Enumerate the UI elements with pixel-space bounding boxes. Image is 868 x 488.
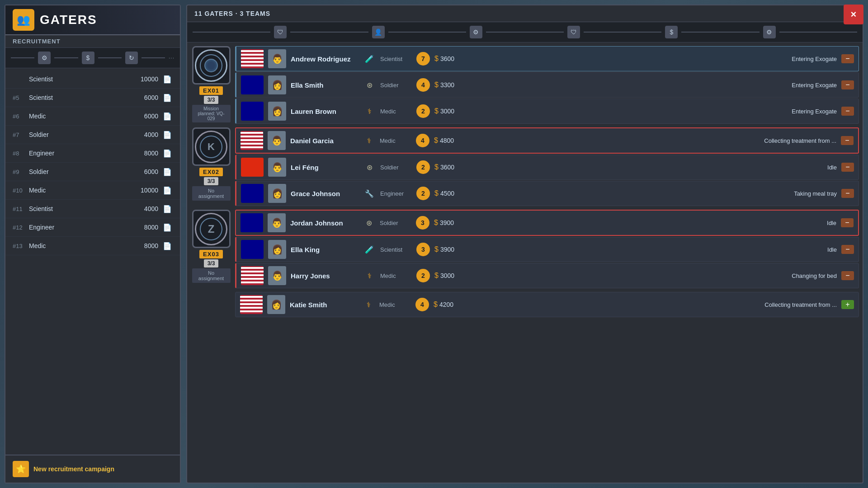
salary: $ 4800	[434, 136, 470, 145]
status-text: Changing for bed	[475, 272, 837, 279]
medic-icon: ⚕	[363, 134, 375, 147]
remove-button[interactable]: −	[841, 136, 854, 145]
remove-button[interactable]: −	[841, 163, 854, 172]
item-number: #7	[13, 131, 25, 138]
gater-row[interactable]: 👩 Ella Smith ⊛ Soldier 4 $ 3300 Entering…	[235, 72, 859, 98]
remove-button[interactable]: −	[841, 245, 854, 254]
level-badge: 2	[416, 160, 430, 174]
refresh-filter-icon[interactable]: ↻	[125, 52, 138, 64]
scientist-icon: 🧪	[363, 243, 376, 256]
avatar-daniel: 👨	[268, 131, 286, 150]
salary: $ 3900	[434, 219, 470, 227]
list-item[interactable]: #5 Scientist 6000 📄	[5, 89, 180, 107]
level-circle: 2	[416, 160, 430, 174]
team-ex01-emblem[interactable]	[192, 46, 231, 84]
item-number: #11	[13, 206, 25, 212]
role-text: Soldier	[380, 220, 411, 226]
team-ex03-label: EX03	[199, 250, 223, 258]
team-ex03-emblem[interactable]: Z	[192, 210, 231, 248]
gater-row[interactable]: 👨 Jordan Johnson ⊛ Soldier 3 $ 3900 Idle…	[235, 210, 859, 236]
gater-row[interactable]: 👨 Daniel Garcia ⚕ Medic 4 $ 4800 Collect…	[235, 127, 859, 154]
remove-button[interactable]: −	[841, 107, 854, 116]
left-panel: 👥 GATERS RECRUITMENT ⚙ $ ↻ ··· Scientist…	[5, 5, 181, 483]
gear3-filter-icon[interactable]: ⚙	[763, 26, 776, 38]
list-item[interactable]: #12 Engineer 8000 📄	[5, 218, 180, 237]
filter-line-left	[11, 57, 34, 58]
status-text: Idle	[475, 220, 836, 226]
person-filter-icon[interactable]: 👤	[372, 26, 385, 38]
ungrouped-gaters: 👩 Katie Smith ⚕ Medic 4 $ 4200 Collectin…	[235, 292, 859, 317]
team-ex03-slots: 3/3	[204, 259, 219, 267]
shield-filter-icon[interactable]: 🛡	[274, 26, 287, 38]
right-header: 11 GATERS · 3 TEAMS ···	[187, 5, 863, 22]
team-ex02-block: K EX02 3/3 No assignment 👨 Daniel Garcia	[191, 127, 859, 206]
soldier-icon: ⊛	[363, 79, 376, 91]
list-item[interactable]: #13 Medic 8000 📄	[5, 237, 180, 255]
remove-button[interactable]: −	[841, 80, 854, 89]
gater-row[interactable]: 👩 Grace Johnson 🔧 Engineer 2 $ 4500 Taki…	[235, 181, 859, 206]
avatar-andrew: 👨	[268, 49, 286, 68]
r-filter-line	[388, 32, 466, 33]
list-item[interactable]: Scientist 10000 📄	[5, 70, 180, 89]
team-ex02-label: EX02	[199, 168, 223, 176]
campaign-text: New recruitment campaign	[33, 465, 114, 473]
flag-us	[241, 266, 264, 285]
settings-filter-icon[interactable]: ⚙	[38, 52, 51, 64]
item-role: Scientist	[29, 75, 127, 83]
level-circle: 4	[415, 298, 429, 311]
team-ex03-block: Z EX03 3/3 No assignment 👨 Jordan Johnso…	[191, 210, 859, 288]
r-filter-line-end	[779, 32, 857, 33]
gater-name: Andrew Rodriguez	[291, 55, 359, 63]
engineer-icon: 🔧	[363, 187, 376, 200]
salary-amount: 3900	[440, 246, 454, 253]
remove-button[interactable]: −	[841, 218, 854, 227]
gear2-filter-icon[interactable]: ⚙	[470, 26, 482, 38]
status-text: Collecting treatment from ...	[474, 301, 837, 308]
gater-row[interactable]: 👩 Ella King 🧪 Scientist 3 $ 3900 Idle −	[235, 237, 859, 262]
item-doc-icon: 📄	[162, 222, 173, 233]
level-badge: 4	[416, 134, 429, 147]
level-circle: 3	[416, 216, 429, 230]
role-text: Medic	[380, 137, 411, 144]
level-circle: 4	[416, 134, 429, 147]
panel-title: GATERS	[40, 13, 97, 27]
remove-button[interactable]: −	[841, 54, 854, 63]
gater-row[interactable]: 👩 Katie Smith ⚕ Medic 4 $ 4200 Collectin…	[235, 292, 859, 317]
list-item[interactable]: #6 Medic 6000 📄	[5, 107, 180, 126]
close-button[interactable]: ×	[844, 5, 863, 24]
gater-row[interactable]: 👨 Andrew Rodriguez 🧪 Scientist 7 $ 3600 …	[235, 46, 859, 71]
cost-filter-icon[interactable]: $	[82, 52, 94, 64]
team-ex02-emblem[interactable]: K	[192, 127, 231, 166]
gater-name: Ella King	[291, 246, 359, 253]
list-item[interactable]: #11 Scientist 4000 📄	[5, 200, 180, 218]
remove-button[interactable]: −	[841, 189, 854, 198]
filter-dots[interactable]: ···	[169, 55, 175, 61]
salary: $ 3600	[434, 55, 471, 63]
gater-row[interactable]: 👩 Lauren Brown ⚕ Medic 2 $ 3000 Entering…	[235, 99, 859, 124]
salary-amount: 3600	[440, 55, 454, 62]
status-text: Idle	[475, 246, 837, 253]
shield2-filter-icon[interactable]: 🛡	[567, 26, 580, 38]
gaters-count: 11 GATERS · 3 TEAMS	[194, 10, 270, 17]
salary-amount: 3000	[440, 108, 454, 115]
remove-button[interactable]: −	[841, 271, 854, 280]
level-circle: 4	[416, 78, 430, 92]
item-doc-icon: 📄	[162, 203, 173, 214]
list-item[interactable]: #10 Medic 10000 📄	[5, 181, 180, 200]
item-role: Scientist	[29, 205, 127, 212]
add-button[interactable]: +	[841, 300, 854, 309]
team-ex03-gaters: 👨 Jordan Johnson ⊛ Soldier 3 $ 3900 Idle…	[235, 210, 859, 288]
list-item[interactable]: #7 Soldier 4000 📄	[5, 126, 180, 144]
filter-line-right	[98, 57, 122, 58]
avatar-grace: 👩	[268, 184, 286, 203]
left-header: 👥 GATERS	[5, 5, 180, 35]
avatar-lauren-brown: 👩	[268, 102, 286, 121]
dollar-filter-icon[interactable]: $	[665, 26, 678, 38]
new-campaign-button[interactable]: ⭐ New recruitment campaign	[5, 455, 180, 483]
list-item[interactable]: #9 Soldier 6000 📄	[5, 163, 180, 181]
list-item[interactable]: #8 Engineer 8000 📄	[5, 144, 180, 163]
flag-au	[241, 240, 264, 259]
gater-row[interactable]: 👨 Harry Jones ⚕ Medic 2 $ 3000 Changing …	[235, 263, 859, 288]
gater-row[interactable]: 👨 Lei Féng ⊛ Soldier 2 $ 3600 Idle −	[235, 155, 859, 180]
medic-icon: ⚕	[362, 298, 375, 311]
